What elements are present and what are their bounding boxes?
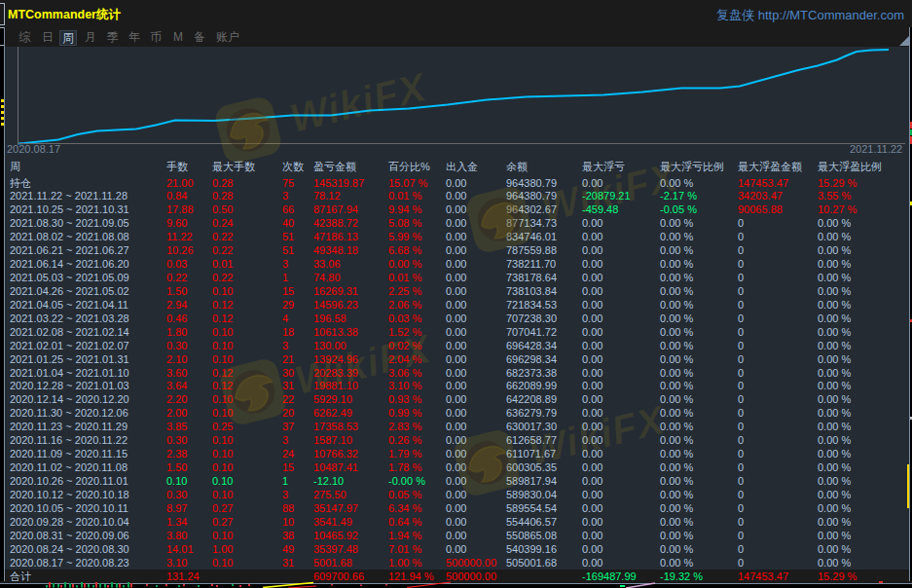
table-row-13[interactable]: 2021.02.01 ~ 2021.02.070.300.103130.000.…	[5, 339, 909, 352]
column-header-4[interactable]: 次数	[282, 160, 304, 173]
menu-item-3[interactable]: 周	[59, 30, 77, 46]
table-row-16[interactable]: 2020.12.28 ~ 2021.01.033.640.123119881.1…	[5, 379, 909, 392]
table-row-6[interactable]: 2021.06.21 ~ 2021.06.2710.260.225149348.…	[5, 243, 909, 257]
table-row-19[interactable]: 2020.11.23 ~ 2020.11.293.850.253717358.5…	[5, 420, 909, 433]
resize-grip-icon[interactable]	[899, 35, 910, 46]
cell: 0.00 %	[818, 529, 851, 542]
table-row-4[interactable]: 2021.08.30 ~ 2021.09.059.600.244042388.7…	[5, 216, 909, 230]
cell: 0.00	[582, 230, 602, 243]
cell: 642208.89	[506, 392, 557, 406]
cell: 0.28	[212, 189, 233, 202]
cell: 696428.34	[506, 339, 557, 352]
column-header-5[interactable]: 盈亏金额	[313, 160, 356, 173]
cell: 1.50	[166, 284, 187, 298]
cell: 3	[282, 257, 288, 271]
cell: 1.00	[212, 542, 233, 556]
cell: 35397.48	[313, 542, 358, 556]
cell: 0.00	[446, 216, 466, 230]
cell: 14.01	[166, 542, 194, 556]
column-header-2[interactable]: 手数	[166, 160, 188, 173]
cell: 49	[282, 542, 294, 556]
cell: 0.00 %	[660, 433, 693, 447]
cell: 3.60	[166, 366, 187, 380]
cell: 0.10	[212, 325, 233, 339]
cell: 34203.47	[738, 189, 783, 202]
cell: 500000.00	[446, 556, 496, 570]
table-row-21[interactable]: 2020.11.09 ~ 2020.11.152.380.102410766.3…	[5, 447, 909, 460]
table-row-11[interactable]: 2021.03.22 ~ 2021.03.280.460.124196.580.…	[5, 312, 909, 325]
menu-item-8[interactable]: M	[173, 30, 183, 46]
cell: 0.03 %	[388, 312, 421, 325]
cell: 21.00	[166, 176, 194, 190]
table-row-15[interactable]: 2021.01.04 ~ 2021.01.103.600.123020283.3…	[5, 366, 909, 380]
table-row-1[interactable]: 持仓21.000.2875145319.8715.07 %0.00964380.…	[5, 176, 909, 190]
column-header-6[interactable]: 百分比%	[388, 160, 430, 173]
cell: 0.00	[446, 420, 466, 433]
menu-item-7[interactable]: 币	[150, 30, 162, 46]
column-header-9[interactable]: 最大浮亏	[582, 160, 625, 173]
menu-item-10[interactable]: 账户	[216, 30, 239, 46]
menu-item-5[interactable]: 季	[107, 30, 119, 46]
column-header-7[interactable]: 出入金	[446, 160, 478, 173]
table-row-2[interactable]: 2021.11.22 ~ 2021.11.280.840.28378.120.0…	[5, 189, 909, 202]
cell: 0.00	[446, 406, 466, 420]
table-row-18[interactable]: 2020.11.30 ~ 2020.12.062.000.10206262.49…	[5, 406, 909, 420]
cell: 0.00	[446, 325, 466, 339]
table-row-26[interactable]: 2020.09.28 ~ 2020.10.041.340.27103541.49…	[5, 515, 909, 529]
cell: 0.00 %	[818, 460, 851, 474]
cell: 66	[282, 202, 294, 216]
cell: 0.10	[212, 460, 233, 474]
table-row-7[interactable]: 2021.06.14 ~ 2021.06.200.030.01333.060.0…	[5, 257, 909, 271]
cell: 2.10	[166, 352, 187, 366]
cell: 589817.94	[506, 474, 557, 488]
table-row-22[interactable]: 2020.11.02 ~ 2020.11.081.500.101510487.4…	[5, 460, 909, 474]
cell: 0	[738, 501, 744, 515]
column-header-11[interactable]: 最大浮盈金额	[738, 160, 802, 173]
table-row-28[interactable]: 2020.08.24 ~ 2020.08.3014.011.004935397.…	[5, 542, 909, 556]
column-header-10[interactable]: 最大浮亏比例	[660, 160, 724, 173]
column-header-1[interactable]: 周	[10, 160, 20, 173]
cell: 14596.23	[313, 298, 358, 312]
menu-item-1[interactable]: 综	[18, 30, 30, 46]
row-label: 2021.04.05 ~ 2021.04.11	[10, 298, 128, 312]
cell: 3.80	[166, 529, 187, 542]
cell: 611071.67	[506, 447, 556, 460]
cell: 0.00	[446, 488, 466, 501]
column-header-8[interactable]: 余额	[506, 160, 528, 173]
cell: 0.00	[446, 392, 466, 406]
table-row-8[interactable]: 2021.05.03 ~ 2021.05.090.220.22174.800.0…	[5, 271, 909, 284]
cell: 0.01	[212, 257, 233, 271]
table-row-27[interactable]: 2020.08.31 ~ 2020.09.063.800.103810465.9…	[5, 529, 909, 542]
column-header-3[interactable]: 最大手数	[212, 160, 255, 173]
cell: 0	[738, 284, 744, 298]
menu-item-6[interactable]: 年	[128, 30, 140, 46]
cell: 0	[738, 420, 744, 433]
cell: 0.10	[212, 529, 233, 542]
table-row-23[interactable]: 2020.10.26 ~ 2020.11.010.100.101-12.10-0…	[5, 474, 909, 488]
table-row-10[interactable]: 2021.04.05 ~ 2021.04.112.940.122914596.2…	[5, 298, 909, 312]
cell: 0	[738, 515, 744, 529]
table-row-5[interactable]: 2021.08.02 ~ 2021.08.0811.220.225147186.…	[5, 230, 909, 243]
table-row-14[interactable]: 2021.01.25 ~ 2021.01.312.100.102113924.9…	[5, 352, 909, 366]
brand-link[interactable]: 复盘侠 http://MTCommander.com	[716, 7, 904, 24]
row-label: 2020.09.28 ~ 2020.10.04	[10, 515, 129, 529]
cell: 0.00	[582, 488, 602, 501]
table-row-20[interactable]: 2020.11.16 ~ 2020.11.220.300.1031587.100…	[5, 433, 909, 447]
row-label: 2021.02.01 ~ 2021.02.07	[10, 339, 129, 352]
table-row-17[interactable]: 2020.12.14 ~ 2020.12.202.200.10225929.10…	[5, 392, 909, 406]
table-row-9[interactable]: 2021.04.26 ~ 2021.05.021.500.101516269.3…	[5, 284, 909, 298]
column-header-12[interactable]: 最大浮盈比例	[818, 160, 882, 173]
table-row-29[interactable]: 2020.08.17 ~ 2020.08.233.100.10315001.68…	[5, 556, 909, 570]
menu-item-2[interactable]: 日	[42, 30, 54, 46]
table-row-12[interactable]: 2021.02.08 ~ 2021.02.141.800.101810613.3…	[5, 325, 909, 339]
table-row-3[interactable]: 2021.10.25 ~ 2021.10.3117.880.506687167.…	[5, 202, 909, 216]
menu-item-9[interactable]: 备	[194, 30, 205, 46]
cell: 0.00 %	[818, 556, 851, 570]
cell: 10465.92	[313, 529, 358, 542]
table-row-24[interactable]: 2020.10.12 ~ 2020.10.180.300.103275.500.…	[5, 488, 909, 501]
table-row-25[interactable]: 2020.10.05 ~ 2020.10.118.970.278835147.9…	[5, 501, 909, 515]
cell: 964302.67	[506, 202, 557, 216]
menu-item-4[interactable]: 月	[85, 30, 96, 46]
cell: 0.00 %	[818, 488, 851, 501]
cell: 0.00	[582, 501, 602, 515]
